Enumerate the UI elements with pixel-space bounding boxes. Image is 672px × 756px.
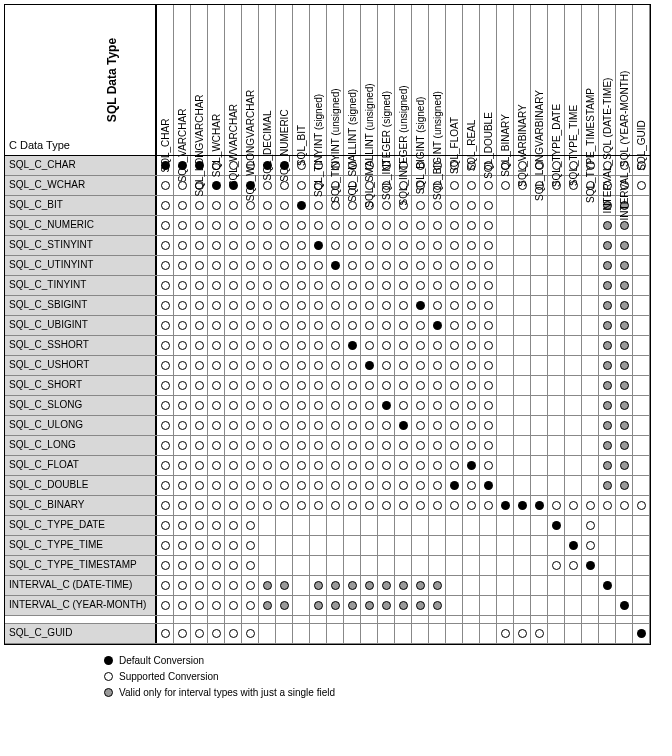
cell xyxy=(412,296,429,315)
cell xyxy=(395,596,412,615)
cell xyxy=(208,476,225,495)
supported-icon xyxy=(297,481,306,490)
cell xyxy=(582,576,599,595)
cell xyxy=(174,236,191,255)
cell xyxy=(293,416,310,435)
cell xyxy=(514,396,531,415)
cell xyxy=(310,516,327,535)
supported-icon xyxy=(212,541,221,550)
cell xyxy=(225,296,242,315)
supported-icon xyxy=(348,221,357,230)
cell xyxy=(378,416,395,435)
cell xyxy=(480,336,497,355)
cell xyxy=(446,476,463,495)
cell xyxy=(446,576,463,595)
cell xyxy=(174,536,191,555)
col-axis-label: SQL Data Type xyxy=(105,38,119,122)
cell xyxy=(174,376,191,395)
cell xyxy=(327,456,344,475)
cell xyxy=(446,376,463,395)
supported-icon xyxy=(399,441,408,450)
cell xyxy=(174,356,191,375)
supported-icon xyxy=(433,221,442,230)
row-header: SQL_C_BINARY xyxy=(5,496,157,515)
col-header: SQL_REAL xyxy=(463,5,480,155)
supported-icon xyxy=(178,461,187,470)
cell xyxy=(276,356,293,375)
cell xyxy=(293,236,310,255)
cell xyxy=(565,396,582,415)
cell xyxy=(157,356,174,375)
cell xyxy=(242,396,259,415)
cell xyxy=(242,276,259,295)
cell xyxy=(157,336,174,355)
cell xyxy=(344,516,361,535)
cell xyxy=(616,596,633,615)
cell xyxy=(514,596,531,615)
cell xyxy=(276,516,293,535)
cell xyxy=(174,436,191,455)
supported-icon xyxy=(246,521,255,530)
cell xyxy=(582,316,599,335)
cell xyxy=(582,356,599,375)
cell xyxy=(310,624,327,643)
cell xyxy=(259,496,276,515)
cell xyxy=(361,516,378,535)
cell xyxy=(208,516,225,535)
supported-icon xyxy=(382,461,391,470)
cell xyxy=(446,356,463,375)
cell xyxy=(446,196,463,215)
supported-icon xyxy=(161,629,170,638)
cell xyxy=(378,236,395,255)
supported-icon xyxy=(467,241,476,250)
cell xyxy=(480,516,497,535)
cell xyxy=(310,256,327,275)
cell xyxy=(191,276,208,295)
cell xyxy=(514,316,531,335)
supported-icon xyxy=(161,561,170,570)
supported-icon xyxy=(484,181,493,190)
supported-icon xyxy=(212,321,221,330)
cell xyxy=(361,476,378,495)
cell xyxy=(599,596,616,615)
cell xyxy=(599,296,616,315)
cell xyxy=(276,476,293,495)
supported-icon xyxy=(467,221,476,230)
cell xyxy=(225,624,242,643)
supported-icon xyxy=(331,301,340,310)
supported-icon xyxy=(297,341,306,350)
cell xyxy=(276,316,293,335)
cell xyxy=(191,624,208,643)
cell xyxy=(633,456,650,475)
supported-icon xyxy=(229,441,238,450)
supported-icon xyxy=(314,441,323,450)
cell xyxy=(327,576,344,595)
interval-icon xyxy=(280,601,289,610)
cell xyxy=(480,276,497,295)
supported-icon xyxy=(246,461,255,470)
cell xyxy=(497,516,514,535)
cell xyxy=(344,316,361,335)
col-header: SQL_WVARCHAR xyxy=(225,5,242,155)
cell xyxy=(242,416,259,435)
cell xyxy=(378,216,395,235)
supported-icon xyxy=(433,401,442,410)
cell xyxy=(497,396,514,415)
cell xyxy=(480,216,497,235)
supported-icon xyxy=(637,181,646,190)
supported-icon xyxy=(229,561,238,570)
cell xyxy=(276,624,293,643)
cell xyxy=(276,276,293,295)
interval-icon xyxy=(603,301,612,310)
supported-icon xyxy=(348,461,357,470)
cell xyxy=(208,216,225,235)
col-header: SQL_GUID xyxy=(633,5,650,155)
row-header: SQL_C_UBIGINT xyxy=(5,316,157,335)
cell xyxy=(548,256,565,275)
cell xyxy=(633,376,650,395)
supported-icon xyxy=(297,381,306,390)
cell xyxy=(565,596,582,615)
interval-icon xyxy=(348,581,357,590)
cell xyxy=(344,216,361,235)
row-header: INTERVAL_C (DATE-TIME) xyxy=(5,576,157,595)
